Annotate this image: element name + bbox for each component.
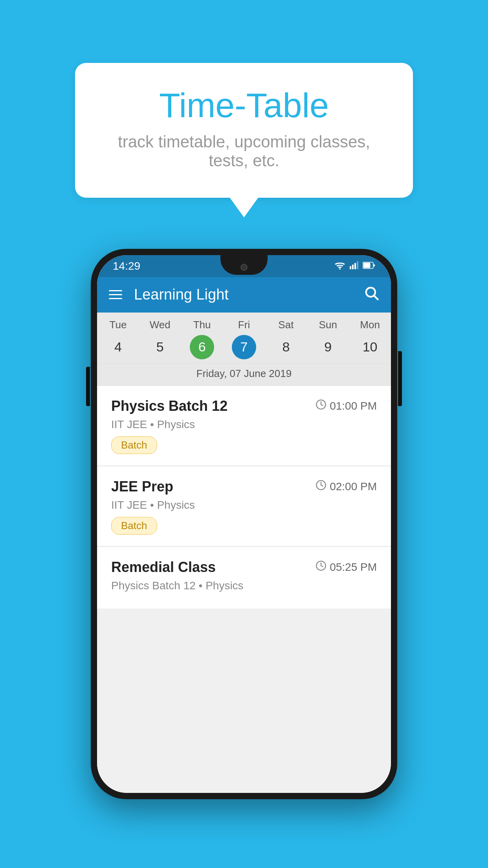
svg-rect-4 xyxy=(357,261,358,269)
status-icons xyxy=(334,261,375,272)
schedule-top-row: Physics Batch 12 01:00 PM xyxy=(111,398,377,414)
day-name: Sun xyxy=(319,319,337,331)
search-icon[interactable] xyxy=(363,285,379,304)
bubble-pointer xyxy=(230,198,258,217)
svg-rect-1 xyxy=(350,266,351,269)
svg-rect-7 xyxy=(374,264,375,267)
day-number[interactable]: 6 xyxy=(190,335,214,359)
schedule-top-row: Remedial Class 05:25 PM xyxy=(111,559,377,576)
day-number[interactable]: 5 xyxy=(148,335,172,359)
clock-icon xyxy=(316,399,327,413)
day-number[interactable]: 10 xyxy=(358,335,382,359)
status-time: 14:29 xyxy=(113,260,140,272)
day-name: Mon xyxy=(360,319,380,331)
day-name: Wed xyxy=(150,319,171,331)
day-number[interactable]: 9 xyxy=(316,335,340,359)
bubble-subtitle: track timetable, upcoming classes, tests… xyxy=(106,132,382,170)
app-title: Learning Light xyxy=(134,286,363,303)
day-number[interactable]: 7 xyxy=(232,335,256,359)
schedule-sub: Physics Batch 12 • Physics xyxy=(111,579,377,592)
day-col-tue[interactable]: Tue4 xyxy=(97,319,139,363)
phone-notch xyxy=(220,255,268,275)
day-col-sun[interactable]: Sun9 xyxy=(307,319,349,363)
speech-bubble: Time-Table track timetable, upcoming cla… xyxy=(75,63,413,198)
svg-rect-6 xyxy=(363,263,371,268)
day-col-thu[interactable]: Thu6 xyxy=(181,319,223,363)
schedule-item[interactable]: Remedial Class 05:25 PM Physics Batch 12… xyxy=(97,547,391,609)
day-col-mon[interactable]: Mon10 xyxy=(349,319,391,363)
svg-rect-3 xyxy=(354,263,356,269)
bubble-title: Time-Table xyxy=(106,86,382,125)
app-bar: Learning Light xyxy=(97,277,391,313)
hamburger-menu-icon[interactable] xyxy=(109,290,122,299)
svg-line-9 xyxy=(374,296,378,300)
battery-icon xyxy=(363,261,375,271)
schedule-time: 02:00 PM xyxy=(316,480,377,493)
day-name: Tue xyxy=(110,319,127,331)
clock-icon xyxy=(316,560,327,574)
schedule-name: Physics Batch 12 xyxy=(111,398,227,414)
schedule-name: Remedial Class xyxy=(111,559,216,576)
schedule-item[interactable]: Physics Batch 12 01:00 PM IIT JEE • Phys… xyxy=(97,386,391,465)
day-col-sat[interactable]: Sat8 xyxy=(265,319,307,363)
schedule-time: 05:25 PM xyxy=(316,560,377,574)
clock-icon xyxy=(316,480,327,493)
day-number[interactable]: 4 xyxy=(106,335,130,359)
batch-badge: Batch xyxy=(111,517,157,535)
svg-rect-2 xyxy=(352,265,354,269)
day-name: Thu xyxy=(193,319,211,331)
phone-screen: 14:29 xyxy=(97,255,391,793)
schedule-item[interactable]: JEE Prep 02:00 PM IIT JEE • Physics Batc… xyxy=(97,467,391,546)
day-name: Sat xyxy=(278,319,294,331)
schedule-list: Physics Batch 12 01:00 PM IIT JEE • Phys… xyxy=(97,386,391,793)
days-row: Tue4Wed5Thu6Fri7Sat8Sun9Mon10 xyxy=(97,313,391,363)
schedule-top-row: JEE Prep 02:00 PM xyxy=(111,478,377,495)
schedule-sub: IIT JEE • Physics xyxy=(111,418,377,431)
phone-outer: 14:29 xyxy=(91,249,397,799)
wifi-icon xyxy=(334,261,345,272)
signal-icon xyxy=(349,261,359,272)
calendar-header: Tue4Wed5Thu6Fri7Sat8Sun9Mon10 Friday, 07… xyxy=(97,313,391,386)
schedule-sub: IIT JEE • Physics xyxy=(111,499,377,511)
schedule-name: JEE Prep xyxy=(111,478,173,495)
day-col-wed[interactable]: Wed5 xyxy=(139,319,181,363)
day-name: Fri xyxy=(238,319,250,331)
phone-mockup: 14:29 xyxy=(91,249,397,799)
speech-bubble-container: Time-Table track timetable, upcoming cla… xyxy=(75,63,413,217)
notch-camera xyxy=(240,264,248,271)
selected-date-label: Friday, 07 June 2019 xyxy=(97,363,391,386)
day-col-fri[interactable]: Fri7 xyxy=(223,319,265,363)
day-number[interactable]: 8 xyxy=(274,335,298,359)
batch-badge: Batch xyxy=(111,436,157,454)
svg-point-0 xyxy=(339,268,341,270)
schedule-time: 01:00 PM xyxy=(316,399,377,413)
